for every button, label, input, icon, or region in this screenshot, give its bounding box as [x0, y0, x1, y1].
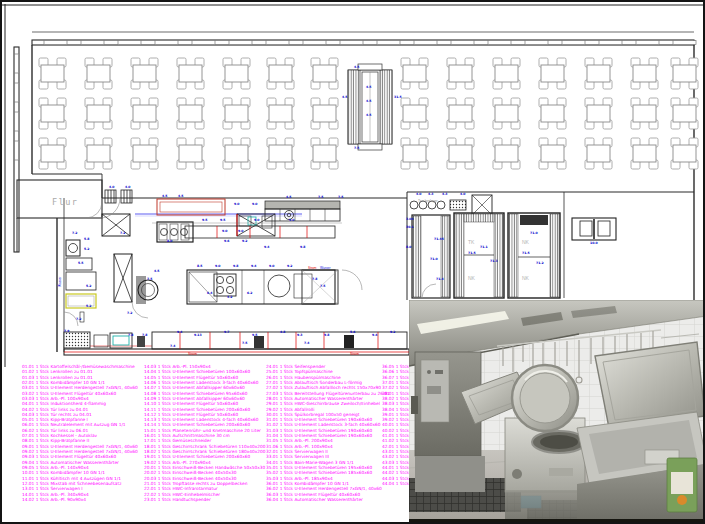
dimension-label: 7.4	[170, 344, 176, 348]
dimension-label: 7.5	[318, 195, 323, 199]
dimension-label: 8.0	[167, 239, 172, 243]
dimension-label: 4.3	[442, 192, 447, 196]
dimension-label: 71.2	[536, 261, 544, 265]
table-group	[85, 98, 112, 129]
table-group	[631, 98, 658, 129]
table-group	[447, 138, 474, 169]
legend-row: 20.02 1 Stck Einschweiß-Becken 40x50x30	[144, 470, 265, 475]
legend-column: 14.03 1 Stck Arb.-Pl. 150x90x414.04 1 St…	[144, 364, 265, 502]
table-group	[585, 58, 612, 89]
dimension-label: 9.2	[390, 330, 395, 334]
table-group	[177, 98, 204, 129]
legend-row: 02.01 1 Stck Kombidämpfer 10 GN 1/1	[22, 380, 138, 385]
dimension-label: 9.4	[372, 333, 378, 337]
legend-row: 35.03 1 Stck Arb.-Pl. 185x90x4	[266, 476, 390, 481]
dimension-label: 5.2	[84, 247, 89, 251]
table-group	[267, 138, 294, 169]
legend-row: 09.05 1 Stck Arb.-Pl. 140x90x4	[22, 465, 138, 470]
legend-row: 36.03 1 Stck U-Element Flügeltür 40x60x6…	[266, 492, 390, 497]
dimension-label: 4.5	[366, 113, 371, 117]
dimension-label: 8.0	[406, 245, 411, 249]
legend-row: 09.01 1 Stck U-Element Herdengestell 7xG…	[22, 444, 138, 449]
dimension-label: 3.04	[406, 217, 414, 221]
legend-row: 09.03 1 Stck U-Element Flügeltür 40x60x6…	[22, 454, 138, 459]
legend-row: 11.01 1 Stck Kühltisch mit 4 Auszügen GN…	[22, 476, 138, 481]
dimension-label: 9.5	[202, 218, 207, 222]
dimension-label: 9.5	[252, 333, 257, 337]
legend-row: 09.04 1 Stck Automatischer Wasserenthärt…	[22, 460, 138, 465]
legend-row: 14.08 1 Stck U-Element Schiebetüren 95x6…	[144, 391, 265, 396]
table-group	[493, 98, 520, 129]
table-group	[311, 98, 338, 129]
table-group	[39, 98, 66, 129]
legend-row: 30.01 1 Stck Spülkorbregal 100x50 geneig…	[266, 412, 390, 417]
legend-row: 04.02 1 Stck Tür links zu 04.01	[22, 407, 138, 412]
legend-row: 25.01 1 Stck Topfspülmaschine	[266, 369, 390, 374]
trockenlager-label: Trockenlager	[418, 199, 439, 203]
dimension-label: 9.3	[297, 333, 302, 337]
table-group	[223, 98, 250, 129]
table-group	[631, 58, 658, 89]
table-group	[311, 58, 338, 89]
table-group	[539, 58, 566, 89]
dimension-label: 7.5	[338, 195, 343, 199]
table-group	[585, 138, 612, 169]
legend-row: 01.03 1 Stck Lenkrollen zu 01.01	[22, 375, 138, 380]
dimension-label: 9.0	[289, 218, 294, 222]
table-group	[493, 138, 520, 169]
legend-row: 08.01 1 Stck Kipp-Bratpfanne II	[22, 438, 138, 443]
round-kettle	[505, 365, 586, 524]
legend-row: 33.01 1 Stck Servierwagen III	[266, 454, 390, 459]
table-group	[177, 138, 204, 169]
legend-row: 07.01 1 Stck Kochkessel - Autoklav	[22, 433, 138, 438]
dimension-label: 4.5	[162, 194, 167, 198]
photo-bottom-strip	[409, 519, 705, 524]
table-group	[267, 58, 294, 89]
dimension-label: 7.8	[128, 333, 133, 337]
legend-row: 14.12 1 Stck U-Element Flügeltür 50x60x6…	[144, 412, 265, 417]
dimension-label: 8.5	[197, 264, 202, 268]
dimension-label: 71.4	[436, 277, 444, 281]
tk-label: TK	[468, 239, 475, 245]
legend-row: 13.01 1 Stck Servierwagen I	[22, 486, 138, 491]
dimension-label: 9.13	[194, 333, 202, 337]
legend-row: 14.02 1 Stck Arb.-Pl. 90x90x4	[22, 497, 138, 502]
table-group	[85, 58, 112, 89]
dimension-label: 31.5	[394, 95, 402, 99]
dimension-label: 7.5	[242, 341, 247, 345]
dimension-label: 71.0	[430, 257, 438, 261]
dimension-label: 9.0	[238, 229, 243, 233]
legend-row: 18.02 1 Stck Geschirrschrank Schiebetüre…	[144, 449, 265, 454]
legend-row: 14.09 1 Stck U-Element Abfallkipper 60x6…	[144, 396, 265, 401]
legend-row: 05.01 1 Stck Kipp-Bratpfanne I	[22, 417, 138, 422]
legend-row: 18.01 1 Stck Geschirrschrank Schiebetüre…	[144, 444, 265, 449]
table-group	[447, 58, 474, 89]
dimension-label: 9.6	[224, 239, 229, 243]
dimension-label: 9.0	[252, 202, 257, 206]
dimension-label: 4.0	[460, 192, 465, 196]
legend-column: 24.01 1 Stck Seifenspender25.01 1 Stck T…	[266, 364, 390, 502]
dimension-label: 71.45	[434, 237, 444, 241]
legend-column: 01.01 1 Stck Kartoffelschäl-/Gemüsewasch…	[22, 364, 138, 502]
table-group	[447, 98, 474, 129]
wasser-label-mid: Wasser	[320, 266, 332, 270]
dimension-label: 30.1	[406, 225, 414, 229]
kitchen-equipment	[64, 198, 407, 349]
dimension-label: 71.5	[522, 251, 530, 255]
dimension-label: 9.5	[220, 218, 225, 222]
dimension-label: 5.2	[86, 304, 91, 308]
dimension-label: 4.5	[286, 195, 291, 199]
cad-floorplan-sheet: 4.04.04.54.531.54.54.54.57.54.54.59.09.0…	[0, 0, 705, 524]
nk-label-a: NK	[468, 275, 476, 281]
nk-label-c: NK	[522, 275, 530, 281]
legend-row: 27.01 1 Stck Ablauftisch Sonderbau L-för…	[266, 380, 390, 385]
dimension-label: 9.0	[254, 218, 259, 222]
legend-row: 20.03 1 Stck Einschweiß-Becken 40x50x30	[144, 476, 265, 481]
table-group	[401, 98, 428, 129]
legend-row: 36.01 1 Stck Kombidämpfer 10 GN 1/1	[266, 481, 390, 486]
legend-row: 03.02 1 Stck U-Element Flügeltür 40x60x6…	[22, 391, 138, 396]
legend-row: 12.01 1 Stck Mixstab mit Schneebesenaufs…	[22, 481, 138, 486]
strom-label-wall-left: Strom	[188, 352, 197, 356]
dimension-label: 7.2	[72, 231, 77, 235]
legend-row: 14.07 1 Stck U-Element Abfallkipper 60x6…	[144, 385, 265, 390]
